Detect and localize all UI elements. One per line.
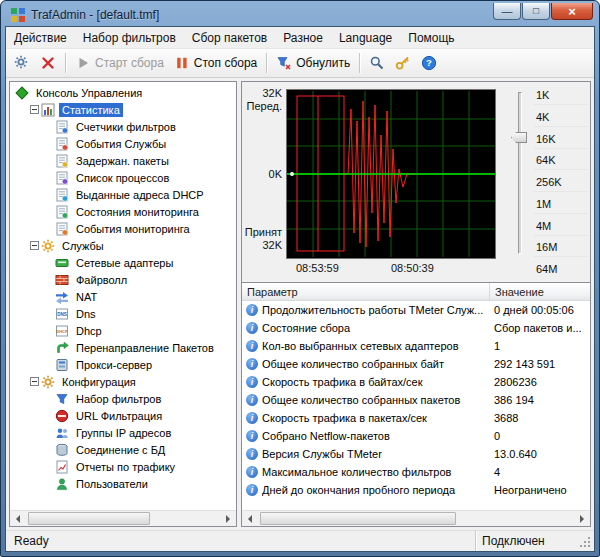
column-header-value[interactable]: Значение xyxy=(490,283,590,300)
tree-item[interactable]: Задержан. пакеты xyxy=(10,152,236,169)
scale-slider-handle[interactable] xyxy=(511,132,527,143)
app-icon xyxy=(10,7,26,23)
tree-item-label: Конфигурация xyxy=(59,375,139,389)
scale-label: 4K xyxy=(534,107,588,127)
column-header-param[interactable]: Параметр xyxy=(242,283,490,300)
stat-param: Общее количество собранных пакетов xyxy=(262,394,490,406)
tree-item[interactable]: Пользователи xyxy=(10,475,236,492)
menu-item[interactable]: Language xyxy=(331,27,400,48)
process-list-icon xyxy=(54,171,70,185)
toolbar-separator xyxy=(266,53,267,73)
stat-row[interactable]: Состояние сбораСбор пакетов и... xyxy=(242,319,590,337)
tree-item[interactable]: Счетчики фильтров xyxy=(10,118,236,135)
scale-label: 256K xyxy=(534,172,588,192)
scroll-right-arrow-icon[interactable] xyxy=(574,511,590,526)
tree-horizontal-scrollbar[interactable] xyxy=(10,510,236,526)
stat-row[interactable]: Дней до окончания пробного периодаНеогра… xyxy=(242,481,590,499)
start-capture-button[interactable]: Старт сбора xyxy=(71,53,168,73)
scale-slider-track[interactable] xyxy=(518,92,522,254)
status-message: Ready xyxy=(6,534,475,548)
delete-button[interactable] xyxy=(36,53,60,73)
menubar: ДействиеНабор фильтровСбор пакетовРазное… xyxy=(6,27,594,49)
help-button[interactable]: ? xyxy=(417,53,441,73)
tree-item-label: Перенаправление Пакетов xyxy=(73,341,217,355)
scroll-left-arrow-icon[interactable] xyxy=(242,511,258,526)
tree-item[interactable]: Консоль Управления xyxy=(10,84,236,101)
tree-item-label: URL Фильтрация xyxy=(73,409,165,423)
stat-row[interactable]: Продолжительность работы TMeter Служ...0… xyxy=(242,301,590,319)
scrollbar-thumb[interactable] xyxy=(28,512,150,525)
scroll-left-arrow-icon[interactable] xyxy=(10,511,26,526)
tree-item-label: Прокси-сервер xyxy=(73,358,155,372)
console-icon xyxy=(14,86,30,100)
scale-label: 4M xyxy=(534,216,588,236)
tree-item[interactable]: Список процессов xyxy=(10,169,236,186)
tree-item[interactable]: Статистика xyxy=(10,101,236,118)
stop-capture-button[interactable]: Стоп сбора xyxy=(170,53,261,73)
menu-item[interactable]: Действие xyxy=(6,27,75,48)
menu-item[interactable]: Разное xyxy=(275,27,331,48)
stat-row[interactable]: Общее количество собранных байт292 143 5… xyxy=(242,355,590,373)
tree-item[interactable]: Файрволл xyxy=(10,271,236,288)
stat-row[interactable]: Скорость трафика в байтах/сек2806236 xyxy=(242,373,590,391)
security-button[interactable] xyxy=(391,53,415,73)
collapse-toggle[interactable] xyxy=(28,377,40,386)
tree-item-label: Службы xyxy=(59,239,107,253)
tree-item[interactable]: Сетевые адаптеры xyxy=(10,254,236,271)
table-horizontal-scrollbar[interactable] xyxy=(242,510,590,526)
tree: Консоль УправленияСтатистикаСчетчики фил… xyxy=(10,82,236,510)
stat-value: 292 143 591 xyxy=(490,358,590,370)
toolbar-button-label: Старт сбора xyxy=(95,56,164,70)
dns-icon: DNS xyxy=(54,307,70,321)
settings-button[interactable] xyxy=(10,53,34,73)
minimize-button[interactable] xyxy=(493,3,521,20)
scale-label: 1K xyxy=(534,85,588,105)
tree-item[interactable]: NAT xyxy=(10,288,236,305)
info-icon xyxy=(246,376,258,388)
tree-item[interactable]: События мониторинга xyxy=(10,220,236,237)
view-report-button[interactable] xyxy=(365,53,389,73)
tree-item[interactable]: Группы IP адресов xyxy=(10,424,236,441)
tree-item[interactable]: Состояния мониторинга xyxy=(10,203,236,220)
close-button[interactable] xyxy=(551,3,593,20)
stat-row[interactable]: Скорость трафика в пакетах/сек3688 xyxy=(242,409,590,427)
maximize-button[interactable] xyxy=(522,3,550,20)
tree-item[interactable]: Отчеты по трафику xyxy=(10,458,236,475)
tree-item[interactable]: DNSDns xyxy=(10,305,236,322)
table-header: Параметр Значение xyxy=(242,283,590,301)
reset-counters-button[interactable]: Обнулить xyxy=(272,53,354,73)
tree-item[interactable]: DHCPDhcp xyxy=(10,322,236,339)
titlebar[interactable]: TrafAdmin - [default.tmf] xyxy=(5,1,595,26)
scroll-right-arrow-icon[interactable] xyxy=(220,511,236,526)
stat-row[interactable]: Максимальное количество фильтров4 xyxy=(242,463,590,481)
svg-text:DHCP: DHCP xyxy=(56,329,67,334)
tree-item[interactable]: Перенаправление Пакетов xyxy=(10,339,236,356)
tree-item-label: Пользователи xyxy=(73,477,151,491)
stat-row[interactable]: Собрано Netflow-пакетов0 xyxy=(242,427,590,445)
scale-labels: 1K4K16K64K256K1M4M16M64M xyxy=(534,85,588,279)
info-icon xyxy=(242,448,262,460)
navigation-tree-panel: Консоль УправленияСтатистикаСчетчики фил… xyxy=(9,81,237,527)
menu-item[interactable]: Набор фильтров xyxy=(75,27,184,48)
collapse-toggle[interactable] xyxy=(28,241,40,250)
stat-row[interactable]: Общее количество собранных пакетов386 19… xyxy=(242,391,590,409)
tree-item[interactable]: URL Фильтрация xyxy=(10,407,236,424)
tree-item[interactable]: Прокси-сервер xyxy=(10,356,236,373)
stat-row[interactable]: Кол-во выбранных сетевых адаптеров1 xyxy=(242,337,590,355)
menu-item[interactable]: Сбор пакетов xyxy=(184,27,275,48)
resize-grip-icon[interactable] xyxy=(579,536,593,550)
tree-item[interactable]: Соединение с БД xyxy=(10,441,236,458)
tree-item-label: Соединение с БД xyxy=(73,443,168,457)
toolbar-button-label: Обнулить xyxy=(296,56,350,70)
menu-item[interactable]: Помощь xyxy=(400,27,462,48)
tree-item[interactable]: Конфигурация xyxy=(10,373,236,390)
scrollbar-thumb[interactable] xyxy=(260,512,456,525)
tree-item[interactable]: Службы xyxy=(10,237,236,254)
tree-item[interactable]: События Службы xyxy=(10,135,236,152)
tree-item[interactable]: Выданные адреса DHCP xyxy=(10,186,236,203)
stat-row[interactable]: Версия Службы TMeter13.0.640 xyxy=(242,445,590,463)
collapse-toggle[interactable] xyxy=(28,105,40,114)
delete-icon xyxy=(40,55,56,71)
tree-item-label: События Службы xyxy=(73,137,169,151)
tree-item[interactable]: Набор фильтров xyxy=(10,390,236,407)
